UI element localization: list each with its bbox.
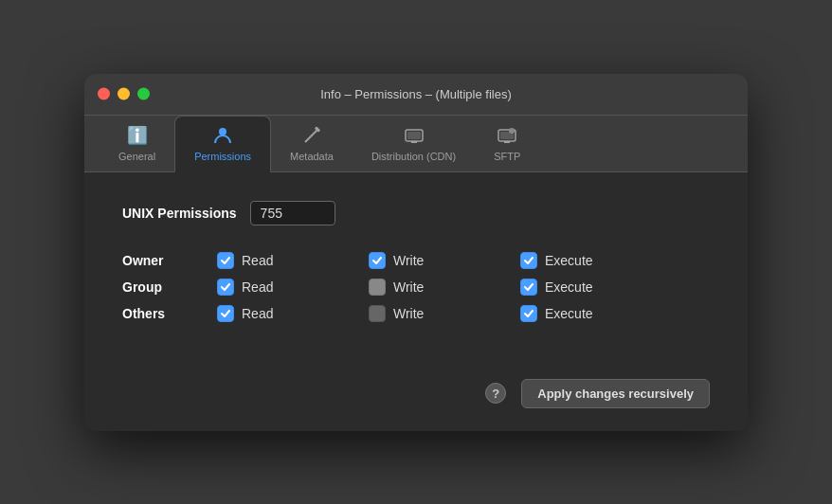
owner-execute-checkbox[interactable] bbox=[520, 252, 537, 269]
permissions-grid: Owner Read Write Execute Group bbox=[122, 252, 710, 322]
traffic-lights bbox=[98, 88, 150, 100]
svg-point-0 bbox=[219, 128, 226, 135]
bottom-bar: ? Apply changes recursively bbox=[84, 379, 748, 431]
tab-distribution-label: Distribution (CDN) bbox=[371, 151, 456, 162]
window-title: Info – Permissions – (Multiple files) bbox=[320, 87, 512, 101]
owner-execute-cell: Execute bbox=[520, 252, 672, 269]
unix-permissions-row: UNIX Permissions bbox=[122, 201, 710, 225]
others-read-cell: Read bbox=[217, 305, 369, 322]
tab-distribution[interactable]: Distribution (CDN) bbox=[353, 117, 475, 171]
owner-write-label: Write bbox=[393, 253, 424, 268]
minimize-button[interactable] bbox=[118, 88, 130, 100]
tab-general[interactable]: ℹ️ General bbox=[99, 117, 174, 171]
tab-metadata-label: Metadata bbox=[290, 151, 334, 162]
content-area: UNIX Permissions Owner Read Write bbox=[84, 172, 748, 379]
owner-label: Owner bbox=[122, 253, 217, 268]
others-write-label: Write bbox=[393, 306, 424, 321]
group-execute-checkbox[interactable] bbox=[520, 279, 537, 296]
others-read-checkbox[interactable] bbox=[217, 305, 234, 322]
svg-point-9 bbox=[509, 128, 515, 134]
owner-execute-label: Execute bbox=[545, 253, 593, 268]
svg-line-1 bbox=[305, 129, 318, 142]
general-icon: ℹ️ bbox=[126, 124, 149, 147]
group-write-cell: Write bbox=[369, 279, 520, 296]
group-execute-label: Execute bbox=[545, 279, 593, 295]
apply-button[interactable]: Apply changes recursively bbox=[521, 379, 710, 408]
owner-write-cell: Write bbox=[369, 252, 520, 269]
svg-rect-8 bbox=[504, 141, 510, 143]
others-read-label: Read bbox=[242, 306, 273, 321]
group-write-checkbox[interactable] bbox=[369, 279, 386, 296]
tab-bar: ℹ️ General Permissions Metadata bbox=[84, 116, 748, 172]
others-write-cell: Write bbox=[369, 305, 520, 322]
others-write-checkbox[interactable] bbox=[369, 305, 386, 322]
help-button[interactable]: ? bbox=[485, 383, 506, 404]
tab-permissions-label: Permissions bbox=[194, 151, 251, 162]
owner-read-checkbox[interactable] bbox=[217, 252, 234, 269]
tab-general-label: General bbox=[118, 151, 155, 162]
close-button[interactable] bbox=[98, 88, 110, 100]
maximize-button[interactable] bbox=[137, 88, 150, 100]
metadata-icon bbox=[300, 124, 323, 147]
tab-metadata[interactable]: Metadata bbox=[271, 117, 353, 171]
group-write-label: Write bbox=[393, 279, 424, 295]
tab-sftp-label: SFTP bbox=[494, 151, 520, 162]
permissions-icon bbox=[211, 124, 234, 147]
group-label: Group bbox=[122, 279, 217, 295]
group-read-cell: Read bbox=[217, 279, 369, 296]
tab-permissions[interactable]: Permissions bbox=[174, 116, 271, 172]
owner-read-label: Read bbox=[242, 253, 273, 268]
group-read-checkbox[interactable] bbox=[217, 279, 234, 296]
others-label: Others bbox=[122, 306, 217, 321]
svg-rect-5 bbox=[411, 141, 417, 143]
owner-read-cell: Read bbox=[217, 252, 369, 269]
others-execute-cell: Execute bbox=[520, 305, 672, 322]
sftp-icon bbox=[496, 124, 518, 147]
app-window: Info – Permissions – (Multiple files) ℹ️… bbox=[84, 74, 748, 431]
svg-rect-4 bbox=[407, 132, 421, 139]
group-execute-cell: Execute bbox=[520, 279, 672, 296]
others-execute-label: Execute bbox=[545, 306, 593, 321]
unix-permissions-label: UNIX Permissions bbox=[122, 206, 237, 221]
title-bar: Info – Permissions – (Multiple files) bbox=[84, 74, 748, 116]
owner-write-checkbox[interactable] bbox=[369, 252, 386, 269]
tab-sftp[interactable]: SFTP bbox=[475, 117, 539, 171]
others-execute-checkbox[interactable] bbox=[520, 305, 537, 322]
distribution-icon bbox=[403, 124, 425, 147]
unix-permissions-input[interactable] bbox=[250, 201, 335, 225]
group-read-label: Read bbox=[242, 279, 273, 295]
